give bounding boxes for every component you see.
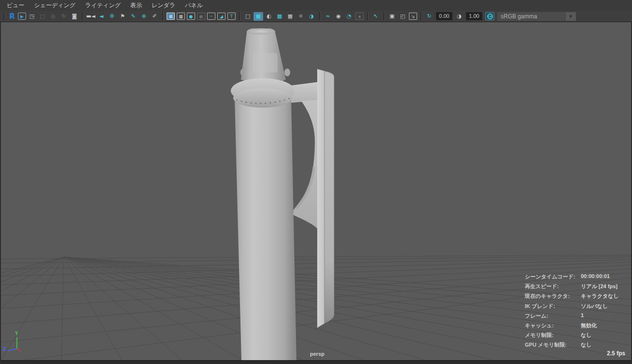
exposure-field[interactable]: 0.00 bbox=[436, 12, 452, 20]
hud-value: リアル [24 fps] bbox=[581, 283, 618, 290]
menu-view[interactable]: ビュー bbox=[2, 0, 29, 11]
hud-value: なし bbox=[581, 341, 592, 349]
object-selection-icon[interactable]: ↖ bbox=[371, 12, 380, 21]
curve-pen-icon[interactable]: ✐ bbox=[150, 12, 159, 21]
lock-camera-icon[interactable]: ◄ bbox=[97, 12, 106, 21]
hud-label: シーンタイムコード: bbox=[525, 273, 581, 280]
viewport-bottom-border bbox=[1, 360, 631, 364]
hud-label: IK ブレンド: bbox=[525, 303, 581, 310]
clip-top-bar bbox=[291, 82, 317, 103]
panel-popout-icon[interactable]: ◳ bbox=[27, 12, 37, 21]
pan-zoom-icon[interactable]: ⊕ bbox=[139, 12, 149, 21]
hud-value: 00:00:00:01 bbox=[581, 273, 610, 279]
colorspace-value: sRGB gamma bbox=[497, 12, 565, 21]
menu-renderer[interactable]: レンダラ bbox=[147, 0, 180, 11]
snapshot-camera-icon[interactable]: ◙ bbox=[70, 12, 79, 21]
shaded-mode-icon[interactable]: ■ bbox=[253, 12, 263, 21]
hud-label: 現在のキャラクタ: bbox=[525, 293, 581, 300]
cap-top bbox=[247, 28, 275, 35]
viewport-canvas[interactable]: Y Z シーンタイムコード:00:00:00:01再生スピード:リアル [24 … bbox=[0, 22, 632, 364]
hud-label: キャッシュ: bbox=[525, 322, 581, 329]
toolbar-separator bbox=[383, 12, 384, 20]
hud-value: ソルバなし bbox=[581, 303, 608, 310]
motion-blur-icon[interactable]: ◉ bbox=[334, 12, 343, 21]
menu-show[interactable]: 表示 bbox=[126, 0, 147, 11]
hud-value: キャラクタなし bbox=[581, 293, 619, 300]
axis-z-label: Z bbox=[3, 347, 6, 352]
hud-row: キャッシュ:無効化 bbox=[525, 322, 619, 332]
gamma-field[interactable]: 1.00 bbox=[466, 12, 482, 20]
checker-icon[interactable]: ▦ bbox=[285, 12, 295, 21]
clip-plate-side-face bbox=[324, 71, 334, 323]
film-gate-icon[interactable]: ▦ bbox=[177, 13, 185, 20]
hud-row: フレーム:1 bbox=[525, 312, 619, 322]
hud-value: 無効化 bbox=[581, 322, 597, 329]
clip-plate-front-face bbox=[317, 69, 324, 328]
cube-tool-icon[interactable]: □ bbox=[38, 12, 47, 21]
anti-aliasing-icon[interactable]: ◔ bbox=[344, 12, 354, 21]
hud-label: フレーム: bbox=[525, 312, 581, 320]
on-toggle-icon: ON bbox=[487, 14, 493, 19]
shadows-icon[interactable]: ◑ bbox=[307, 12, 316, 21]
bookmark-icon[interactable]: ⚑ bbox=[118, 12, 127, 21]
wireframe-mode-icon[interactable]: □ bbox=[243, 12, 253, 21]
contrast-icon[interactable]: ◑ bbox=[454, 12, 464, 21]
zoom-region-icon[interactable]: ↘ bbox=[409, 13, 417, 20]
isolate-add-icon[interactable]: ◰ bbox=[398, 12, 407, 21]
toolbar-separator bbox=[239, 12, 240, 20]
isolate-select-icon[interactable]: ▣ bbox=[387, 12, 397, 21]
renderer-r-icon[interactable]: R bbox=[7, 12, 17, 21]
hud-row: IK ブレンド:ソルバなし bbox=[525, 303, 619, 312]
select-camera-icon[interactable]: ▬◄ bbox=[86, 12, 96, 21]
wireframe-on-shaded-icon[interactable]: ◐ bbox=[264, 12, 274, 21]
toolbar-separator bbox=[319, 12, 320, 20]
toolbar-separator bbox=[82, 12, 83, 20]
gamma-on-toggle[interactable]: ON bbox=[485, 12, 494, 20]
use-all-lights-icon[interactable]: ☼ bbox=[296, 12, 306, 21]
axis-y-label: Y bbox=[15, 331, 18, 336]
hud-row: 再生スピード:リアル [24 fps] bbox=[525, 283, 619, 293]
toolbar-separator bbox=[367, 12, 368, 20]
collar-lip bbox=[233, 88, 292, 108]
toolbar-separator bbox=[162, 12, 163, 20]
menu-shading[interactable]: シェーディング bbox=[29, 0, 81, 11]
toolbar-separator bbox=[421, 12, 421, 20]
exposure-icon[interactable]: ↻ bbox=[424, 12, 434, 21]
camera-name-label: persp bbox=[300, 351, 334, 357]
cap-cone-panel bbox=[253, 53, 278, 72]
resolution-gate-icon[interactable]: ● bbox=[187, 13, 195, 20]
menu-lighting[interactable]: ライティング bbox=[80, 0, 126, 11]
clip-support bbox=[291, 100, 317, 228]
chevron-down-icon[interactable]: ▼ bbox=[565, 12, 576, 21]
field-chart-icon[interactable]: ╌ bbox=[207, 13, 215, 20]
hud-row: GPU メモリ制限:なし bbox=[525, 341, 619, 351]
toolbar-separator bbox=[3, 12, 4, 20]
grease-pencil-icon[interactable]: ✎ bbox=[128, 12, 138, 21]
hud-toggle-icon[interactable]: T bbox=[227, 13, 236, 20]
gate-mask-icon[interactable]: ● bbox=[197, 13, 205, 20]
hud-label: 再生スピード: bbox=[525, 283, 581, 290]
ambient-occlusion-icon[interactable]: ≈ bbox=[323, 12, 333, 21]
grid-toggle-icon[interactable]: ⊞ bbox=[167, 13, 175, 20]
camera-attributes-icon[interactable]: ⚙ bbox=[107, 12, 117, 21]
wire-sphere-icon[interactable]: ◎ bbox=[48, 12, 58, 21]
fps-counter: 2.5 fps bbox=[607, 350, 625, 357]
refresh-icon[interactable]: ↻ bbox=[59, 12, 69, 21]
hud-value: なし bbox=[581, 332, 592, 339]
heads-up-display: シーンタイムコード:00:00:00:01再生スピード:リアル [24 fps]… bbox=[525, 273, 619, 351]
playblast-icon[interactable]: ▶ bbox=[18, 13, 26, 20]
hud-row: メモリ制限:なし bbox=[525, 332, 619, 341]
plate-mode-icon[interactable]: ▪ bbox=[355, 13, 364, 20]
hud-label: GPU メモリ制限: bbox=[525, 341, 581, 349]
menu-panels[interactable]: パネル bbox=[180, 0, 208, 11]
pen-model[interactable] bbox=[231, 28, 334, 361]
image-plane-icon[interactable]: ◢ bbox=[217, 13, 225, 20]
axis-z-arrow bbox=[8, 349, 17, 351]
textured-mode-icon[interactable]: ▩ bbox=[275, 12, 284, 21]
hud-row: 現在のキャラクタ:キャラクタなし bbox=[525, 293, 619, 302]
pen-body bbox=[235, 98, 296, 360]
panel-toolbar: R▶◳□◎↻◙▬◄◄⚙⚑✎⊕✐⊞▦●●╌◢T□■◐▩▦☼◑≈◉◔▪↖▣◰↘↻0.… bbox=[0, 11, 632, 22]
colorspace-dropdown[interactable]: sRGB gamma ▼ bbox=[497, 12, 576, 21]
maya-viewport-window: ビューシェーディングライティング表示レンダラパネル R▶◳□◎↻◙▬◄◄⚙⚑✎⊕… bbox=[0, 0, 632, 364]
hud-row: シーンタイムコード:00:00:00:01 bbox=[525, 273, 619, 283]
